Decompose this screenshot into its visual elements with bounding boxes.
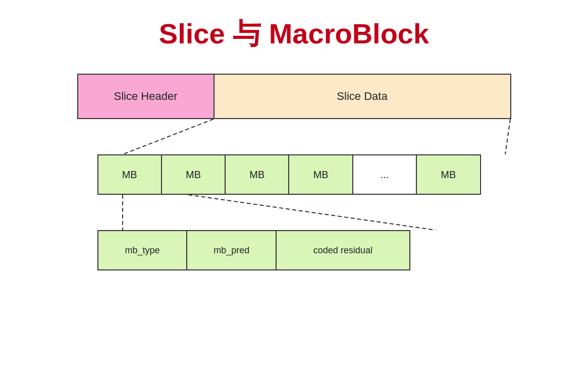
connector-1 [77, 119, 511, 154]
svg-line-3 [188, 195, 436, 230]
mb-cell-1: MB [98, 155, 162, 194]
diagram-container: Slice Header Slice Data MB MB MB MB ... … [52, 74, 537, 270]
svg-line-0 [123, 119, 213, 154]
mb-detail-residual: coded residual [277, 231, 409, 269]
slice-row: Slice Header Slice Data [77, 74, 511, 119]
svg-line-1 [505, 119, 510, 154]
mb-detail-type: mb_type [98, 231, 188, 269]
mb-detail-pred: mb_pred [187, 231, 277, 269]
mb-cell-last: MB [417, 155, 479, 194]
mb-cell-2: MB [162, 155, 226, 194]
connector-2 [77, 195, 511, 230]
mb-row: MB MB MB MB ... MB [97, 154, 481, 195]
mb-cell-4: MB [289, 155, 353, 194]
page-title: Slice 与 MacroBlock [159, 15, 429, 53]
slice-data-box: Slice Data [215, 75, 510, 118]
mb-detail-row: mb_type mb_pred coded residual [97, 230, 410, 270]
mb-cell-ellipsis: ... [353, 155, 417, 194]
slice-header-box: Slice Header [78, 75, 215, 118]
mb-cell-3: MB [226, 155, 289, 194]
